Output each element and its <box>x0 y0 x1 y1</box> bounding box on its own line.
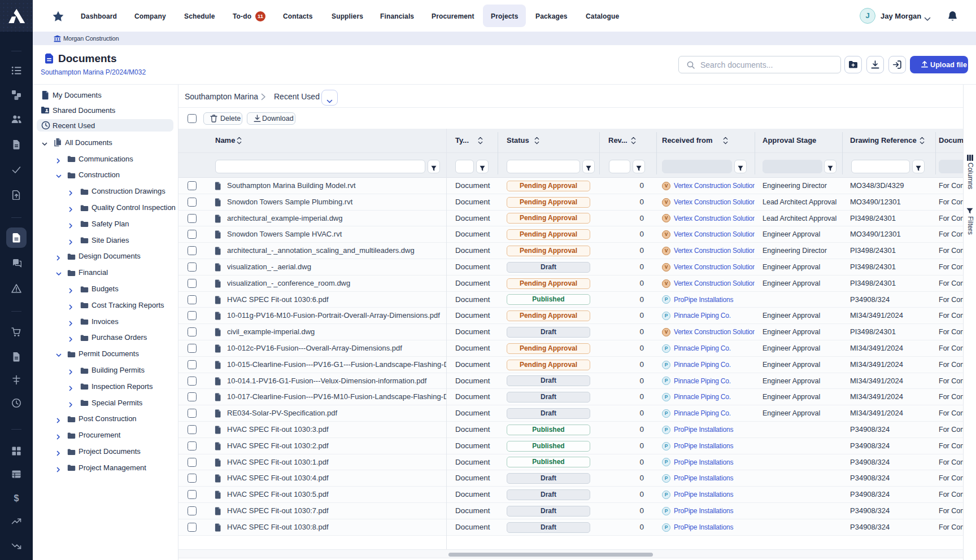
svg-text:$: $ <box>14 493 19 503</box>
